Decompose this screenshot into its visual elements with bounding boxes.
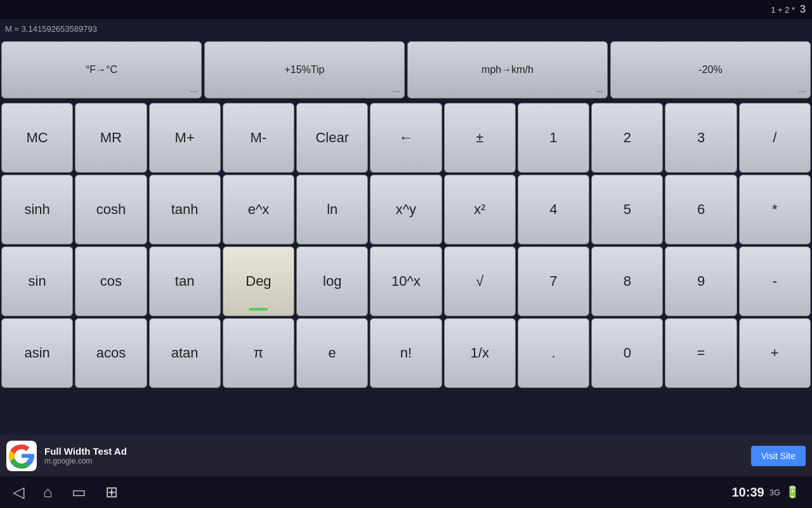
- calc-btn-mr[interactable]: MR: [75, 103, 147, 173]
- recents-button[interactable]: ▭: [72, 483, 86, 501]
- calc-btn-euler[interactable]: e: [296, 318, 368, 388]
- calc-btn-plus-minus[interactable]: ±: [444, 103, 516, 173]
- expand-dots-icon: ...: [393, 84, 400, 94]
- calc-btn-sinh[interactable]: sinh: [1, 175, 73, 244]
- battery-icon: 🔋: [785, 485, 799, 499]
- calc-btn-eight[interactable]: 8: [591, 246, 663, 316]
- calc-btn-reciprocal[interactable]: 1/x: [444, 318, 516, 388]
- ad-url: m.google.com: [44, 457, 743, 465]
- calc-btn-zero[interactable]: 0: [591, 318, 663, 388]
- calculator-grid: MCMRM+M-Clear←±123/sinhcoshtanhe^xlnx^yx…: [0, 102, 812, 451]
- calc-btn-five[interactable]: 5: [591, 175, 663, 244]
- expand-dots-icon: ...: [799, 84, 806, 94]
- time-display: 10:39: [732, 485, 764, 500]
- network-indicator: 3G: [769, 488, 780, 497]
- calc-btn-add[interactable]: +: [739, 318, 811, 388]
- calc-btn-sin[interactable]: sin: [1, 246, 73, 316]
- calc-btn-three[interactable]: 3: [665, 103, 737, 173]
- calc-btn-m-plus[interactable]: M+: [149, 103, 221, 173]
- calc-row-0: MCMRM+M-Clear←±123/: [1, 103, 811, 173]
- calc-row-1: sinhcoshtanhe^xlnx^yx²456*: [1, 175, 811, 244]
- calc-btn-two[interactable]: 2: [591, 103, 663, 173]
- ad-title: Full Width Test Ad: [44, 446, 743, 457]
- calc-btn-equals[interactable]: =: [665, 318, 737, 388]
- calc-btn-tanh[interactable]: tanh: [149, 175, 221, 244]
- calc-btn-x2[interactable]: x²: [444, 175, 516, 244]
- calc-btn-one[interactable]: 1: [518, 103, 589, 173]
- memory-display: M = 3.141592653589793: [5, 24, 97, 34]
- calc-btn-factorial[interactable]: n!: [370, 318, 442, 388]
- visit-site-button[interactable]: Visit Site: [751, 446, 806, 466]
- ad-text-block: Full Width Test Ad m.google.com: [44, 446, 743, 465]
- calc-btn-log[interactable]: log: [296, 246, 368, 316]
- calc-btn-pi[interactable]: π: [223, 318, 294, 388]
- calc-btn-subtract[interactable]: -: [739, 246, 811, 316]
- calc-btn-six[interactable]: 6: [665, 175, 737, 244]
- result-value: 3: [800, 4, 806, 15]
- navigation-bar: ◁ ⌂ ▭ ⊞ 10:39 3G 🔋: [0, 476, 812, 508]
- ad-icon: [6, 441, 37, 471]
- formula-btn-mph-km[interactable]: mph→km/h...: [407, 41, 608, 98]
- formula-row: °F→°C...+15%Tip...mph→km/h...-20%...: [0, 38, 812, 102]
- calc-btn-ln[interactable]: ln: [296, 175, 368, 244]
- result-display: M = 3.141592653589793: [0, 19, 812, 38]
- calc-row-3: asinacosatanπen!1/x.0=+: [1, 318, 811, 388]
- calc-btn-ex[interactable]: e^x: [223, 175, 294, 244]
- calc-btn-cosh[interactable]: cosh: [75, 175, 147, 244]
- grid-button[interactable]: ⊞: [105, 483, 118, 501]
- calc-row-2: sincostanDeglog10^x√789-: [1, 246, 811, 316]
- calc-btn-sqrt[interactable]: √: [444, 246, 516, 316]
- calc-btn-clear[interactable]: Clear: [296, 103, 368, 173]
- calc-btn-cos[interactable]: cos: [75, 246, 147, 316]
- calc-btn-tan[interactable]: tan: [149, 246, 221, 316]
- calc-btn-divide[interactable]: /: [739, 103, 811, 173]
- calc-btn-seven[interactable]: 7: [518, 246, 589, 316]
- calc-btn-asin[interactable]: asin: [1, 318, 73, 388]
- back-button[interactable]: ◁: [13, 483, 24, 501]
- calc-btn-nine[interactable]: 9: [665, 246, 737, 316]
- calc-btn-deg[interactable]: Deg: [223, 246, 294, 316]
- status-bar: 1 + 2 * 3: [0, 0, 812, 19]
- calc-btn-decimal[interactable]: .: [518, 318, 589, 388]
- expand-dots-icon: ...: [190, 84, 197, 94]
- calc-btn-10x[interactable]: 10^x: [370, 246, 442, 316]
- calc-btn-backspace[interactable]: ←: [370, 103, 442, 173]
- formula-btn-f-to-c[interactable]: °F→°C...: [1, 41, 202, 98]
- status-indicators: 10:39 3G 🔋: [732, 485, 800, 500]
- calc-btn-xy[interactable]: x^y: [370, 175, 442, 244]
- ad-banner: Full Width Test Ad m.google.com Visit Si…: [0, 435, 812, 476]
- home-button[interactable]: ⌂: [43, 483, 53, 501]
- formula-btn-tip[interactable]: +15%Tip...: [204, 41, 405, 98]
- calc-btn-mc[interactable]: MC: [1, 103, 73, 173]
- expand-dots-icon: ...: [596, 84, 603, 94]
- calc-btn-atan[interactable]: atan: [149, 318, 221, 388]
- status-text: 1 + 2 *: [771, 5, 795, 15]
- formula-btn-discount[interactable]: -20%...: [610, 41, 811, 98]
- calc-btn-four[interactable]: 4: [518, 175, 589, 244]
- calc-btn-acos[interactable]: acos: [75, 318, 147, 388]
- calc-btn-multiply[interactable]: *: [739, 175, 811, 244]
- calc-btn-m-minus[interactable]: M-: [223, 103, 294, 173]
